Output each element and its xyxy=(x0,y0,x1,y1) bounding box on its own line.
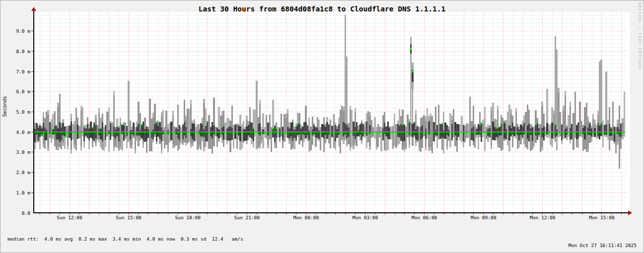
svg-text:0.0: 0.0 xyxy=(22,210,30,216)
rrdtool-watermark: RRDTOOL / TOBI OETIKER xyxy=(638,2,642,69)
svg-text:3.0 m: 3.0 m xyxy=(16,149,30,155)
median-rtt-stats: median rtt: 4.0 ms avg 8.2 ms max 3.4 ms… xyxy=(7,236,243,243)
svg-text:8.0 m: 8.0 m xyxy=(16,49,30,54)
smokeping-graph-image: Last 30 Hours from 6804d08fa1c8 to Cloud… xyxy=(0,0,644,253)
chart-legend: median rtt: 4.0 ms avg 8.2 ms max 3.4 ms… xyxy=(7,222,243,253)
svg-text:6.0 m: 6.0 m xyxy=(16,89,30,94)
svg-text:Mon 00:00: Mon 00:00 xyxy=(293,215,319,220)
svg-text:Sun 12:00: Sun 12:00 xyxy=(57,215,82,220)
svg-text:2.0 m: 2.0 m xyxy=(16,170,30,175)
svg-text:Mon 12:00: Mon 12:00 xyxy=(530,215,556,220)
generated-timestamp: Mon Oct 27 16:11:41 2025 xyxy=(569,243,637,248)
svg-text:Sun 15:00: Sun 15:00 xyxy=(116,215,142,220)
svg-text:1.0 m: 1.0 m xyxy=(16,190,30,195)
svg-text:Mon 03:00: Mon 03:00 xyxy=(353,215,378,220)
svg-text:Sun 21:00: Sun 21:00 xyxy=(234,215,260,220)
svg-text:Mon 15:00: Mon 15:00 xyxy=(589,215,615,220)
svg-text:5.0 m: 5.0 m xyxy=(16,109,30,115)
latency-chart: 0.01.0 m2.0 m3.0 m4.0 m5.0 m6.0 m7.0 m8.… xyxy=(0,0,644,253)
svg-text:Sun 18:00: Sun 18:00 xyxy=(175,215,201,220)
svg-text:4.0 m: 4.0 m xyxy=(16,129,30,135)
svg-text:9.0 m: 9.0 m xyxy=(16,28,30,34)
svg-text:7.0 m: 7.0 m xyxy=(16,69,30,74)
svg-text:Mon 09:00: Mon 09:00 xyxy=(471,215,497,220)
svg-text:Mon 06:00: Mon 06:00 xyxy=(412,215,437,220)
